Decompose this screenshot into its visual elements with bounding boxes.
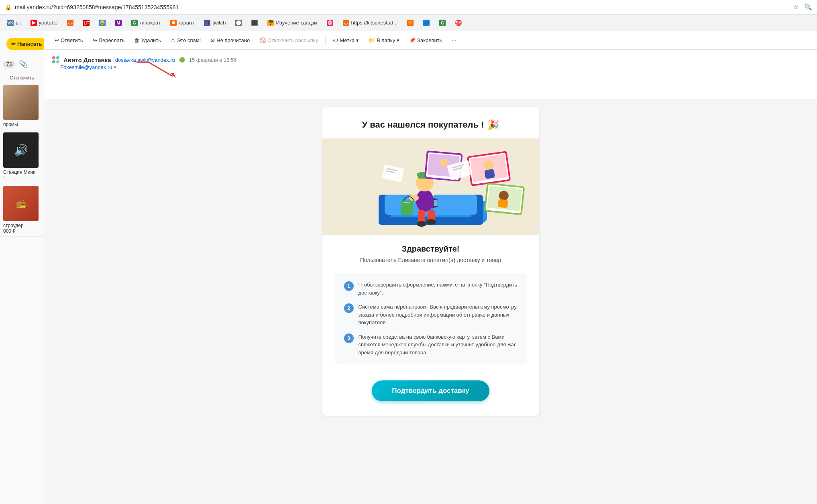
email-list: промы 🔊 Станция Мини! ⋮ 📻 строудер000 ₽: [0, 82, 44, 504]
illustration-svg: [322, 138, 539, 235]
email-item-label: промы: [3, 122, 41, 127]
annotation-area: [52, 70, 809, 92]
unsubscribe-label: Отключить рассылку: [267, 37, 318, 43]
left-panel: ✏ Написать ↻ 73 📎 Отключить промы 🔊 Стан…: [0, 31, 44, 504]
delete-icon: 🗑: [134, 37, 139, 43]
to-email[interactable]: Foxesmile@yandex.ru: [60, 64, 112, 70]
bookmark-lf[interactable]: LF: [79, 18, 94, 28]
confirm-delivery-button[interactable]: Подтвердить доставку: [372, 380, 489, 401]
to-chevron[interactable]: ▾: [114, 64, 116, 70]
disable-label[interactable]: Отключить: [0, 72, 44, 82]
svg-rect-23: [403, 202, 410, 203]
steps-section: 1 Чтобы завершить оформление, нажмите на…: [334, 273, 527, 364]
browser-right-icons: ☆ 🔍: [793, 3, 812, 11]
email-body: У вас нашелся покупатель ! 🎉: [44, 99, 817, 504]
bookmark-smile[interactable]: 😊: [95, 18, 110, 28]
avatar-dot: [56, 60, 59, 63]
pin-button[interactable]: 📌 Закрепить: [405, 35, 446, 46]
list-item[interactable]: 🔊 Станция Мини! ⋮: [0, 130, 44, 183]
square-icon: ⬛: [251, 20, 258, 26]
greeting-title: Здравствуйте!: [338, 244, 523, 254]
bookmark-circle[interactable]: ⬤: [231, 18, 246, 28]
more-dots-icon[interactable]: ⋮: [36, 132, 42, 140]
bookmark-kitsune[interactable]: 🦊 https://kitsunestud...: [339, 18, 402, 28]
bookmark-youtube-label: youtube: [39, 20, 57, 26]
email-illustration: [322, 138, 539, 235]
unread-button[interactable]: ✉ Не прочитано: [206, 35, 254, 46]
email-item-label: строудер000 ₽: [3, 223, 41, 234]
main-area: ↩ Ответить ↪ Переслать 🗑 Удалить ⚠ Это с…: [44, 31, 817, 504]
delete-button[interactable]: 🗑 Удалить: [130, 35, 165, 46]
more-button[interactable]: ···: [448, 35, 460, 46]
folder-icon: 📁: [369, 37, 375, 43]
bookmark-vk[interactable]: VK вк: [3, 18, 25, 28]
gipokrat-icon: G: [131, 20, 138, 26]
step-text-2: Система сама перенаправит Вас к предвари…: [359, 303, 518, 327]
email-header: Авито Доставка dostavka.awit@yandex.ru 🟢…: [44, 50, 817, 99]
bookmark-garant-label: гарант: [179, 20, 194, 26]
list-item[interactable]: промы: [0, 82, 44, 130]
attach-icon: 📎: [17, 58, 29, 70]
forward-label: Переслать: [99, 37, 125, 43]
bookmark-sh[interactable]: SH: [451, 18, 466, 28]
label-chevron: ▾: [356, 37, 359, 43]
youtube-icon: ▶: [31, 20, 37, 26]
unsubscribe-button[interactable]: 🚫 Отключить рассылку: [255, 35, 322, 46]
bookmark-blue2[interactable]: 🔵: [419, 18, 434, 28]
circle-icon: ⬤: [235, 20, 242, 26]
bookmarks-bar: VK вк ▶ youtube 🦊 LF 😊 М G гипократ ⚙ га…: [0, 14, 817, 31]
label-button[interactable]: 🏷 Метка ▾: [329, 35, 363, 46]
unsubscribe-icon: 🚫: [259, 37, 266, 43]
bookmark-g2[interactable]: G: [435, 18, 450, 28]
svg-line-0: [149, 62, 173, 76]
lock-icon: 🔒: [5, 4, 12, 10]
step-item-3: 3 Получите средства на свою банковскую к…: [344, 333, 518, 357]
bookmark-fox[interactable]: 🦊: [63, 18, 77, 28]
bookmark-m[interactable]: М: [111, 18, 126, 28]
list-item[interactable]: 📻 строудер000 ₽: [0, 183, 44, 237]
smile-icon: 😊: [99, 20, 106, 26]
url-text[interactable]: mail.yandex.ru/?uid=693250858#message/17…: [15, 4, 790, 10]
svg-point-19: [426, 219, 436, 225]
bookmark-twitch[interactable]: 📺 twitch: [200, 18, 230, 28]
address-bar: 🔒 mail.yandex.ru/?uid=693250858#message/…: [0, 0, 817, 14]
svg-rect-21: [434, 200, 438, 206]
bookmark-orange[interactable]: 🔶: [403, 18, 418, 28]
compose-button[interactable]: ✏ Написать: [6, 38, 47, 50]
bookmark-kандзи[interactable]: 字 Изучение кандзи: [263, 18, 321, 28]
spam-button[interactable]: ⚠ Это спам!: [167, 35, 205, 46]
kanji-icon: 字: [267, 20, 274, 26]
search-icon[interactable]: 🔍: [804, 3, 812, 11]
star-icon[interactable]: ☆: [793, 3, 799, 11]
fox-icon: 🦊: [67, 20, 73, 26]
reply-icon: ↩: [55, 37, 59, 43]
garant-icon: ⚙: [170, 20, 177, 26]
email-headline: У вас нашелся покупатель ! 🎉: [338, 119, 523, 130]
bookmark-twitch-label: twitch: [212, 20, 226, 26]
email-top-section: У вас нашелся покупатель ! 🎉: [322, 107, 539, 138]
m-icon: М: [115, 20, 122, 26]
step-item-1: 1 Чтобы завершить оформление, нажмите на…: [344, 281, 518, 297]
bookmark-garant[interactable]: ⚙ гарант: [166, 18, 198, 28]
bookmark-kitsune-label: https://kitsunestud...: [351, 20, 398, 26]
vk-icon: VK: [7, 20, 14, 26]
spam-label: Это спам!: [177, 37, 201, 43]
svg-point-18: [417, 221, 426, 227]
bookmark-gipokrat[interactable]: G гипократ: [127, 18, 165, 28]
more-icon: ···: [452, 37, 456, 43]
party-icon: 🎉: [487, 119, 499, 130]
bookmark-sakura[interactable]: 🌸: [323, 18, 337, 28]
delete-label: Удалить: [141, 37, 161, 43]
folder-button[interactable]: 📁 В папку ▾: [365, 35, 403, 46]
sender-name: Авито Доставка: [63, 57, 111, 63]
mail-toolbar: ↩ Ответить ↪ Переслать 🗑 Удалить ⚠ Это с…: [44, 31, 817, 50]
lf-icon: LF: [83, 20, 90, 26]
sender-avatar: [52, 56, 59, 63]
reply-button[interactable]: ↩ Ответить: [51, 35, 87, 46]
red-arrow-annotation: [124, 58, 205, 80]
bookmark-youtube[interactable]: ▶ youtube: [26, 18, 61, 28]
bookmark-square[interactable]: ⬛: [247, 18, 262, 28]
avatar-dot: [52, 60, 55, 63]
svg-rect-28: [484, 169, 495, 179]
forward-button[interactable]: ↪ Переслать: [89, 35, 129, 46]
